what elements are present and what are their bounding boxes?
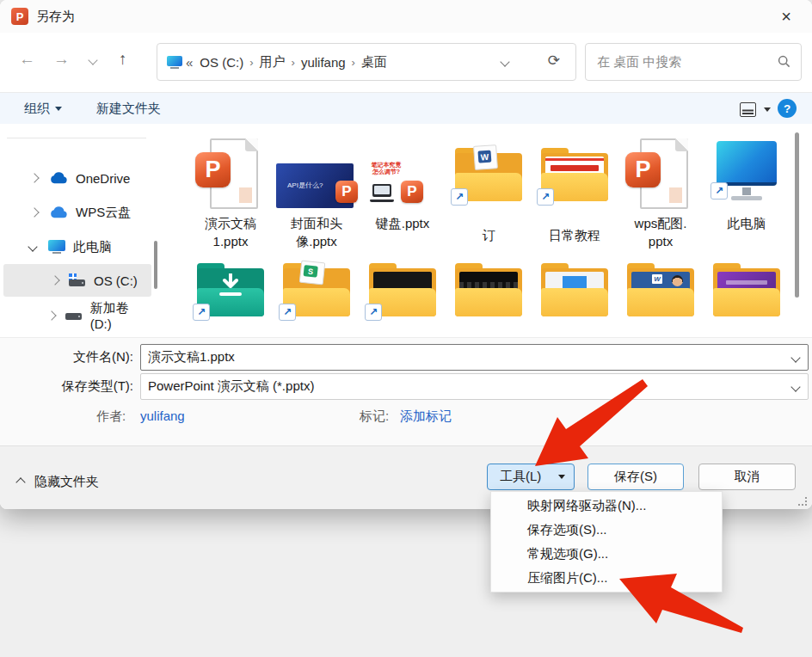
filename-input[interactable]: 演示文稿1.pptx — [140, 344, 809, 371]
close-icon[interactable]: × — [767, 0, 805, 33]
sidebar-item-wps-cloud[interactable]: WPS云盘 — [0, 196, 153, 229]
file-name-label: 键盘.pptx — [360, 214, 446, 232]
file-item[interactable] — [704, 263, 790, 316]
author-label: 作者: — [96, 408, 126, 425]
menu-item-save-options[interactable]: 保存选项(S)... — [491, 518, 722, 542]
organize-button[interactable]: 组织 — [24, 101, 62, 117]
file-item[interactable]: W ↗ 订 — [446, 136, 532, 244]
pptx-badge-icon: P — [401, 181, 423, 203]
savetype-label: 保存类型(T): — [0, 378, 133, 395]
spreadsheet-folder-shortcut-icon: S ↗ — [283, 263, 350, 316]
shortcut-arrow-icon: ↗ — [455, 191, 464, 203]
resize-grip[interactable] — [798, 497, 807, 506]
screenshot-folder-shortcut-icon: ↗ — [541, 148, 608, 201]
breadcrumb-root: « — [186, 55, 193, 70]
expand-chevron-icon[interactable] — [50, 275, 59, 285]
file-item[interactable]: ↗ — [360, 263, 446, 316]
file-name-label: 订 — [446, 226, 532, 244]
savetype-select[interactable]: PowerPoint 演示文稿 (*.pptx) — [140, 373, 809, 400]
file-name-label: 日常教程 — [532, 226, 618, 244]
breadcrumb-item[interactable]: 桌面 — [361, 54, 387, 71]
save-as-dialog: P 另存为 × ← → ↑ « OS (C:) › 用户 › yulifang … — [0, 0, 812, 509]
organize-label: 组织 — [24, 101, 50, 117]
expand-chevron-icon[interactable] — [29, 207, 39, 217]
this-pc-icon — [48, 240, 65, 254]
file-list-scrollbar[interactable] — [795, 132, 799, 298]
breadcrumb-separator: › — [286, 56, 301, 69]
sidebar-item-label: OS (C:) — [94, 273, 138, 288]
forward-button[interactable]: → — [53, 50, 70, 69]
tags-add-link[interactable]: 添加标记 — [400, 408, 452, 425]
file-item[interactable]: ↗ 此电脑 — [704, 136, 790, 232]
save-button[interactable]: 保存(S) — [587, 464, 684, 490]
word-avatar-folder-icon: W — [627, 263, 694, 316]
title-bar: P 另存为 × — [0, 0, 812, 33]
presentation-folder-icon — [541, 263, 608, 316]
download-arrow-icon — [218, 273, 243, 298]
breadcrumb-item[interactable]: yulifang — [301, 55, 346, 70]
pptx-file-icon: P — [618, 136, 704, 212]
filename-value: 演示文稿1.pptx — [148, 349, 235, 365]
file-item[interactable] — [532, 263, 618, 316]
cancel-button[interactable]: 取消 — [698, 464, 796, 490]
expand-chevron-icon[interactable] — [46, 310, 56, 320]
tools-button[interactable]: 工具(L) — [487, 464, 575, 490]
menu-item-map-network-drive[interactable]: 映射网络驱动器(N)... — [491, 494, 722, 518]
collapse-chevron-icon[interactable] — [28, 242, 37, 251]
shortcut-arrow-icon: ↗ — [541, 191, 550, 203]
address-bar[interactable]: « OS (C:) › 用户 › yulifang › 桌面 ⟳ — [157, 43, 576, 81]
breadcrumb-separator: › — [346, 56, 361, 69]
search-input[interactable]: 在 桌面 中搜索 — [585, 43, 802, 81]
screen: { "window": { "title": "另存为" }, "nav": {… — [0, 0, 812, 657]
expand-chevron-icon[interactable] — [29, 173, 39, 182]
shortcut-arrow-icon: ↗ — [197, 306, 206, 318]
command-bar: 组织 新建文件夹 ? — [0, 92, 812, 126]
breadcrumb-item[interactable]: OS (C:) — [200, 55, 243, 70]
breadcrumb-separator: › — [243, 56, 259, 69]
refresh-icon[interactable]: ⟳ — [548, 52, 560, 70]
author-value[interactable]: yulifang — [140, 408, 185, 423]
savetype-dropdown-chevron-icon[interactable] — [790, 382, 800, 391]
filename-dropdown-chevron-icon[interactable] — [790, 353, 800, 362]
views-icon — [740, 102, 756, 117]
savetype-value: PowerPoint 演示文稿 (*.pptx) — [148, 378, 314, 395]
back-button[interactable]: ← — [19, 50, 35, 69]
sidebar-item-volume-d[interactable]: 新加卷 (D:) — [0, 299, 153, 332]
file-item[interactable]: P 演示文稿1.pptx — [188, 136, 274, 250]
sidebar-scrollbar[interactable] — [154, 241, 157, 289]
new-folder-button[interactable]: 新建文件夹 — [96, 101, 161, 117]
file-name-label: wps配图.pptx — [618, 214, 704, 250]
file-item[interactable]: ↗ 日常教程 — [532, 136, 618, 244]
menu-item-compress-pictures[interactable]: 压缩图片(C)... — [491, 566, 722, 590]
purple-folder-icon — [713, 263, 780, 316]
sidebar-item-os-c[interactable]: OS (C:) — [3, 264, 151, 297]
file-item[interactable]: ↗ — [188, 263, 274, 316]
hide-folders-button[interactable]: 隐藏文件夹 — [17, 474, 99, 490]
powerpoint-app-icon: P — [11, 8, 28, 25]
menu-item-general-options[interactable]: 常规选项(G)... — [491, 542, 722, 566]
tools-caret-icon — [558, 475, 565, 479]
file-name-label: 演示文稿1.pptx — [188, 214, 274, 250]
file-item[interactable]: P wps配图.pptx — [618, 136, 704, 250]
os-c-drive-icon — [69, 273, 86, 287]
view-switcher[interactable] — [740, 102, 771, 117]
file-item[interactable]: API是什么? P 封面和头像.pptx — [274, 136, 360, 250]
sidebar-item-this-pc[interactable]: 此电脑 — [0, 230, 153, 263]
file-item[interactable]: 笔记本究竟怎么调节? P 键盘.pptx — [360, 136, 446, 232]
download-folder-shortcut-icon: ↗ — [197, 263, 264, 316]
address-dropdown-chevron-icon[interactable] — [500, 57, 509, 66]
up-button[interactable]: ↑ — [119, 50, 127, 69]
file-list: P 演示文稿1.pptx API是什么? P 封面和头像.pptx 笔记本究竟怎… — [158, 124, 812, 337]
tags-label: 标记: — [360, 408, 389, 425]
recent-locations-chevron-icon[interactable] — [88, 55, 97, 64]
organize-caret-icon — [55, 107, 62, 111]
help-button[interactable]: ? — [778, 99, 797, 118]
hide-folders-label: 隐藏文件夹 — [34, 474, 99, 490]
breadcrumb-item[interactable]: 用户 — [260, 54, 286, 71]
volume-d-drive-icon — [65, 309, 83, 322]
file-item[interactable] — [446, 263, 532, 316]
sidebar-item-onedrive[interactable]: OneDrive — [0, 162, 153, 194]
file-item[interactable]: S ↗ — [274, 263, 360, 316]
this-pc-shortcut-icon: ↗ — [704, 136, 790, 212]
file-item[interactable]: W — [618, 263, 704, 316]
